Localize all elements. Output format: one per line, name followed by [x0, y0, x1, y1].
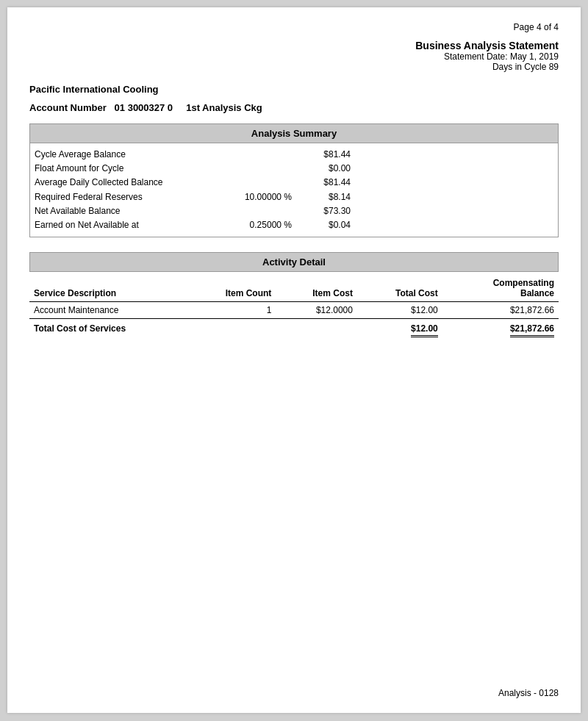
- col-service-description: Service Description: [29, 272, 184, 302]
- summary-val-3: $81.44: [292, 176, 351, 190]
- compensating-line1: Compensating: [493, 278, 554, 288]
- activity-detail-section: Activity Detail Service Description Item…: [29, 252, 559, 337]
- summary-label-6: Earned on Net Available at: [35, 218, 218, 232]
- activity-table-header-row: Service Description Item Count Item Cost…: [29, 272, 559, 302]
- col-item-count: Item Count: [184, 272, 276, 302]
- days-in-cycle: Days in Cycle 89: [29, 62, 559, 72]
- summary-row-5: Net Available Balance $73.30: [35, 204, 553, 218]
- page-number: Page 4 of 4: [29, 22, 559, 32]
- col-compensating-balance: Compensating Balance: [442, 272, 559, 302]
- summary-pct-4: 10.00000 %: [218, 190, 292, 204]
- summary-val-6: $0.04: [292, 218, 351, 232]
- summary-label-2: Float Amount for Cycle: [35, 162, 218, 176]
- company-name: Pacific International Cooling: [29, 84, 559, 95]
- summary-label-1: Cycle Average Balance: [35, 148, 218, 162]
- account-number-label: Account Number: [29, 102, 107, 113]
- header-block: Business Analysis Statement Statement Da…: [29, 40, 559, 72]
- summary-label-3: Average Daily Collected Balance: [35, 176, 218, 190]
- table-row: Account Maintenance 1 $12.0000 $12.00 $2…: [29, 302, 559, 319]
- summary-val-1: $81.44: [292, 148, 351, 162]
- activity-detail-header: Activity Detail: [29, 252, 559, 272]
- row-item-cost: $12.0000: [276, 302, 357, 319]
- row-comp-balance: $21,872.66: [442, 302, 559, 319]
- summary-pct-6: 0.25000 %: [218, 218, 292, 232]
- summary-pct-3: [218, 176, 292, 190]
- account-number: 01 3000327 0: [115, 102, 173, 113]
- summary-row-2: Float Amount for Cycle $0.00: [35, 162, 553, 176]
- summary-val-2: $0.00: [292, 162, 351, 176]
- analysis-summary-body: Cycle Average Balance $81.44 Float Amoun…: [29, 143, 559, 237]
- summary-pct-2: [218, 162, 292, 176]
- summary-val-4: $8.14: [292, 190, 351, 204]
- summary-row-1: Cycle Average Balance $81.44: [35, 148, 553, 162]
- account-description: 1st Analysis Ckg: [186, 102, 262, 113]
- row-total-cost: $12.00: [357, 302, 442, 319]
- analysis-summary-header: Analysis Summary: [29, 123, 559, 143]
- summary-pct-1: [218, 148, 292, 162]
- totals-comp-balance: $21,872.66: [442, 319, 559, 337]
- analysis-summary-section: Analysis Summary Cycle Average Balance $…: [29, 123, 559, 237]
- summary-val-5: $73.30: [292, 204, 351, 218]
- totals-total-cost: $12.00: [357, 319, 442, 337]
- page: Page 4 of 4 Business Analysis Statement …: [7, 7, 581, 713]
- col-total-cost: Total Cost: [357, 272, 442, 302]
- footer-note: Analysis - 0128: [498, 688, 559, 698]
- summary-label-4: Required Federal Reserves: [35, 190, 218, 204]
- activity-table: Service Description Item Count Item Cost…: [29, 272, 559, 337]
- compensating-line2: Balance: [520, 288, 554, 298]
- account-line: Account Number 01 3000327 0 1st Analysis…: [29, 102, 559, 113]
- row-service-desc: Account Maintenance: [29, 302, 184, 319]
- summary-row-6: Earned on Net Available at 0.25000 % $0.…: [35, 218, 553, 232]
- summary-row-4: Required Federal Reserves 10.00000 % $8.…: [35, 190, 553, 204]
- row-item-count: 1: [184, 302, 276, 319]
- statement-date: Statement Date: May 1, 2019: [29, 51, 559, 62]
- totals-label: Total Cost of Services: [29, 319, 276, 337]
- col-item-cost: Item Cost: [276, 272, 357, 302]
- summary-pct-5: [218, 204, 292, 218]
- statement-title: Business Analysis Statement: [29, 40, 559, 51]
- summary-label-5: Net Available Balance: [35, 204, 218, 218]
- summary-row-3: Average Daily Collected Balance $81.44: [35, 176, 553, 190]
- totals-row: Total Cost of Services $12.00 $21,872.66: [29, 319, 559, 337]
